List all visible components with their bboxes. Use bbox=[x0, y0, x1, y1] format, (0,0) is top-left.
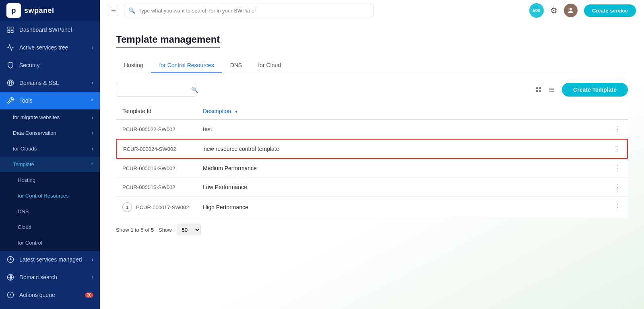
globe-icon bbox=[6, 79, 14, 87]
sidebar-item-data-conservation[interactable]: Data Conservation › bbox=[0, 125, 100, 141]
tools-submenu: for migrate websites › Data Conservation… bbox=[0, 109, 100, 251]
template-submenu: Hosting for Control Resources DNS Cloud … bbox=[0, 172, 100, 251]
sidebar-item-cloud[interactable]: Cloud bbox=[0, 219, 100, 235]
tab-bar: Hosting for Control Resources DNS for Cl… bbox=[116, 58, 628, 73]
per-page-select[interactable]: 50 10 25 100 bbox=[177, 225, 201, 235]
topbar-right: 500 ⚙ Create service bbox=[529, 3, 636, 18]
description-5: High Performance bbox=[203, 204, 605, 210]
table-search-input[interactable] bbox=[120, 87, 188, 93]
tools-icon bbox=[6, 97, 14, 105]
template-id-5: PCUR-000017-SW002 bbox=[136, 204, 189, 210]
table-search[interactable]: 🔍 bbox=[116, 83, 196, 97]
settings-icon[interactable]: ⚙ bbox=[550, 6, 557, 15]
chevron-right-icon-data: › bbox=[92, 130, 93, 136]
pagination-show-label: Show bbox=[159, 227, 172, 233]
sidebar-item-domains[interactable]: Domains & SSL › bbox=[0, 74, 100, 92]
collapse-sidebar-button[interactable] bbox=[108, 5, 119, 16]
sidebar-item-migrate-label: for migrate websites bbox=[13, 114, 60, 120]
topbar: 🔍 500 ⚙ Create service bbox=[100, 0, 644, 21]
templates-table: Template Id Description ▼ PCUR-000022-SW… bbox=[116, 103, 628, 218]
toolbar-right: Create Template bbox=[533, 83, 628, 97]
sidebar-item-template[interactable]: Template ^ bbox=[0, 157, 100, 172]
sidebar-item-hosting[interactable]: Hosting bbox=[0, 172, 100, 188]
sidebar-item-for-control[interactable]: for Control bbox=[0, 235, 100, 251]
svg-rect-0 bbox=[8, 27, 10, 29]
sidebar-item-latest-services-label: Latest services managed bbox=[19, 256, 82, 263]
row-actions-menu-4[interactable]: ⋮ bbox=[605, 183, 621, 191]
svg-rect-3 bbox=[11, 31, 13, 33]
tree-icon bbox=[6, 43, 14, 52]
col-actions bbox=[605, 108, 621, 114]
sidebar-item-domains-label: Domains & SSL bbox=[19, 80, 59, 86]
actions-queue-badge: 20 bbox=[85, 293, 93, 298]
description-1: test bbox=[203, 126, 605, 132]
row-actions-menu-3[interactable]: ⋮ bbox=[605, 165, 621, 172]
tab-hosting[interactable]: Hosting bbox=[116, 58, 151, 73]
grid-view-button[interactable] bbox=[533, 84, 544, 95]
table-header: Template Id Description ▼ bbox=[116, 103, 628, 120]
create-template-button[interactable]: Create Template bbox=[562, 83, 628, 97]
sidebar-item-for-control-resources[interactable]: for Control Resources bbox=[0, 188, 100, 204]
sidebar-item-for-control-resources-label: for Control Resources bbox=[18, 193, 68, 199]
row-badge-5: 1 bbox=[122, 202, 132, 212]
logo[interactable]: p swpanel bbox=[0, 0, 100, 21]
chevron-right-icon-latest: › bbox=[92, 257, 93, 262]
table-row: PCUR-000015-SW002 Low Performance ⋮ bbox=[116, 178, 628, 197]
sidebar: p swpanel Dashboard SWPanel Active servi… bbox=[0, 0, 100, 309]
page-title: Template management bbox=[116, 34, 220, 48]
global-search-input[interactable] bbox=[138, 8, 369, 14]
row-actions-menu-1[interactable]: ⋮ bbox=[605, 126, 621, 133]
sidebar-item-actions-queue[interactable]: Actions queue 20 bbox=[0, 286, 100, 304]
logo-text: swpanel bbox=[24, 6, 54, 15]
sidebar-item-for-control-label: for Control bbox=[18, 240, 42, 246]
tab-dns[interactable]: DNS bbox=[222, 58, 250, 73]
col-description[interactable]: Description ▼ bbox=[203, 108, 605, 114]
sidebar-item-active-services[interactable]: Active services tree › bbox=[0, 39, 100, 56]
table-row: PCUR-000016-SW002 Medium Performance ⋮ bbox=[116, 159, 628, 178]
sidebar-item-dns[interactable]: DNS bbox=[0, 204, 100, 219]
sidebar-item-domain-search-label: Domain search bbox=[19, 274, 57, 280]
sidebar-item-tools[interactable]: Tools ^ bbox=[0, 92, 100, 109]
template-id-4: PCUR-000015-SW002 bbox=[122, 184, 203, 190]
template-id-3: PCUR-000016-SW002 bbox=[122, 165, 203, 171]
sidebar-item-quick-help[interactable]: Quick Help › bbox=[0, 304, 100, 309]
sort-indicator: ▼ bbox=[234, 109, 238, 114]
user-avatar[interactable] bbox=[564, 4, 578, 17]
pagination-info: Show 1 to 5 of 5 bbox=[116, 227, 154, 233]
col-template-id: Template Id bbox=[122, 108, 203, 114]
row-actions-menu-2[interactable]: ⋮ bbox=[605, 145, 621, 152]
chevron-up-icon: ^ bbox=[91, 98, 93, 103]
content-toolbar: 🔍 Create Template bbox=[116, 83, 628, 97]
tab-for-cloud[interactable]: for Cloud bbox=[250, 58, 289, 73]
chevron-up-icon-template: ^ bbox=[91, 162, 93, 167]
svg-rect-17 bbox=[536, 90, 538, 92]
chevron-right-icon-domain: › bbox=[92, 274, 93, 280]
pagination: Show 1 to 5 of 5 Show 50 10 25 100 bbox=[116, 218, 628, 242]
sidebar-item-dashboard[interactable]: Dashboard SWPanel bbox=[0, 21, 100, 39]
table-row: PCUR-000022-SW002 test ⋮ bbox=[116, 120, 628, 139]
create-service-button[interactable]: Create service bbox=[584, 4, 636, 17]
row-actions-menu-5[interactable]: ⋮ bbox=[605, 204, 621, 211]
sidebar-item-for-clouds[interactable]: for Clouds › bbox=[0, 141, 100, 157]
global-search[interactable]: 🔍 bbox=[124, 4, 374, 17]
sidebar-item-migrate[interactable]: for migrate websites › bbox=[0, 109, 100, 125]
chevron-right-icon-clouds: › bbox=[92, 146, 93, 152]
search-globe-icon bbox=[6, 273, 14, 281]
points-badge[interactable]: 500 bbox=[529, 3, 544, 18]
page-content: Template management Hosting for Control … bbox=[100, 21, 644, 309]
chevron-right-icon: › bbox=[92, 45, 93, 50]
sidebar-item-data-conservation-label: Data Conservation bbox=[13, 130, 56, 136]
sidebar-item-hosting-label: Hosting bbox=[18, 177, 35, 183]
sidebar-item-tools-label: Tools bbox=[19, 97, 33, 104]
sidebar-item-security[interactable]: Security bbox=[0, 56, 100, 74]
chevron-right-icon-migrate: › bbox=[92, 115, 93, 120]
tab-for-control-resources[interactable]: for Control Resources bbox=[151, 58, 222, 73]
svg-rect-15 bbox=[536, 87, 538, 89]
template-id-2: PCUR-000024-SW002 bbox=[123, 146, 204, 152]
table-row-highlighted: PCUR-000024-SW002 new resource control t… bbox=[116, 139, 628, 159]
list-view-button[interactable] bbox=[546, 84, 557, 95]
sidebar-item-actions-queue-label: Actions queue bbox=[19, 292, 55, 298]
table-row: 1 PCUR-000017-SW002 High Performance ⋮ bbox=[116, 197, 628, 218]
sidebar-item-domain-search[interactable]: Domain search › bbox=[0, 268, 100, 286]
sidebar-item-latest-services[interactable]: Latest services managed › bbox=[0, 251, 100, 268]
